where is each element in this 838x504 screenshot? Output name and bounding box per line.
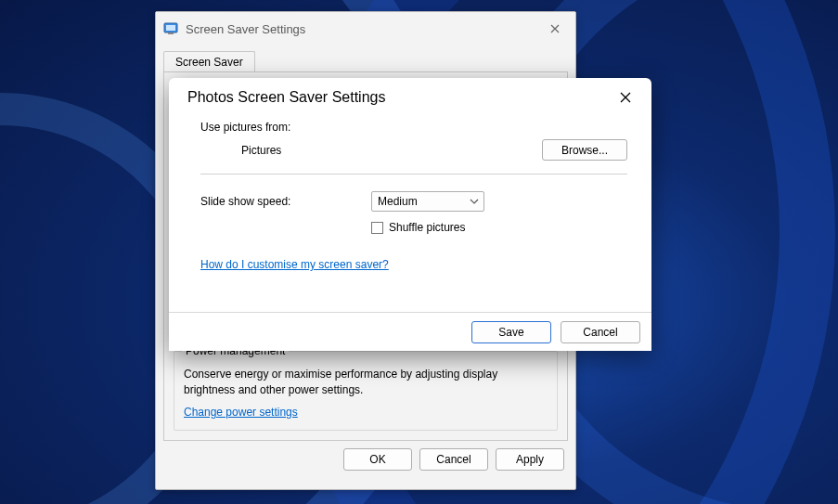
power-management-group: Power management Conserve energy or maxi… — [174, 351, 558, 431]
cancel-button[interactable]: Cancel — [419, 448, 488, 471]
tab-screen-saver[interactable]: Screen Saver — [163, 51, 255, 72]
save-label: Save — [498, 326, 523, 339]
divider — [200, 174, 627, 174]
shuffle-pictures-checkbox[interactable] — [371, 222, 383, 234]
power-description: Conserve energy or maximise performance … — [184, 367, 548, 398]
ok-label: OK — [369, 453, 385, 466]
screen-saver-icon — [163, 21, 178, 36]
child-body: Use pictures from: Pictures Browse... Sl… — [169, 117, 651, 271]
apply-label: Apply — [516, 453, 544, 466]
tab-label: Screen Saver — [175, 56, 243, 69]
apply-button[interactable]: Apply — [496, 448, 564, 471]
child-button-row: Save Cancel — [169, 312, 651, 351]
child-window-title: Photos Screen Saver Settings — [187, 89, 385, 106]
photos-screen-saver-settings-dialog: Photos Screen Saver Settings Use picture… — [169, 78, 651, 351]
parent-window-title: Screen Saver Settings — [186, 22, 305, 36]
browse-button[interactable]: Browse... — [542, 139, 627, 161]
svg-rect-1 — [166, 25, 175, 31]
parent-titlebar[interactable]: Screen Saver Settings — [156, 12, 575, 45]
use-pictures-from-label: Use pictures from: — [200, 121, 627, 134]
chevron-down-icon — [470, 196, 479, 209]
parent-close-button[interactable] — [542, 21, 568, 36]
change-power-settings-link[interactable]: Change power settings — [184, 406, 298, 419]
shuffle-pictures-label: Shuffle pictures — [389, 221, 466, 234]
ok-button[interactable]: OK — [343, 448, 412, 471]
svg-rect-2 — [168, 32, 174, 34]
pictures-folder-label: Pictures — [241, 144, 281, 157]
speed-row: Slide show speed: Medium — [200, 191, 627, 212]
pictures-row: Pictures Browse... — [200, 139, 627, 161]
child-cancel-button[interactable]: Cancel — [561, 321, 640, 343]
cancel-label: Cancel — [436, 453, 471, 466]
child-titlebar[interactable]: Photos Screen Saver Settings — [169, 78, 651, 117]
child-cancel-label: Cancel — [583, 326, 617, 339]
tab-strip: Screen Saver — [156, 45, 575, 71]
customise-screen-saver-help-link[interactable]: How do I customise my screen saver? — [200, 258, 389, 271]
slide-show-speed-dropdown[interactable]: Medium — [371, 191, 484, 212]
slide-show-speed-label: Slide show speed: — [200, 195, 371, 208]
shuffle-row: Shuffle pictures — [371, 221, 627, 234]
parent-button-row: OK Cancel Apply — [156, 448, 575, 482]
save-button[interactable]: Save — [471, 321, 551, 343]
browse-label: Browse... — [561, 144, 608, 157]
child-close-button[interactable] — [611, 83, 640, 112]
speed-value: Medium — [378, 195, 418, 208]
